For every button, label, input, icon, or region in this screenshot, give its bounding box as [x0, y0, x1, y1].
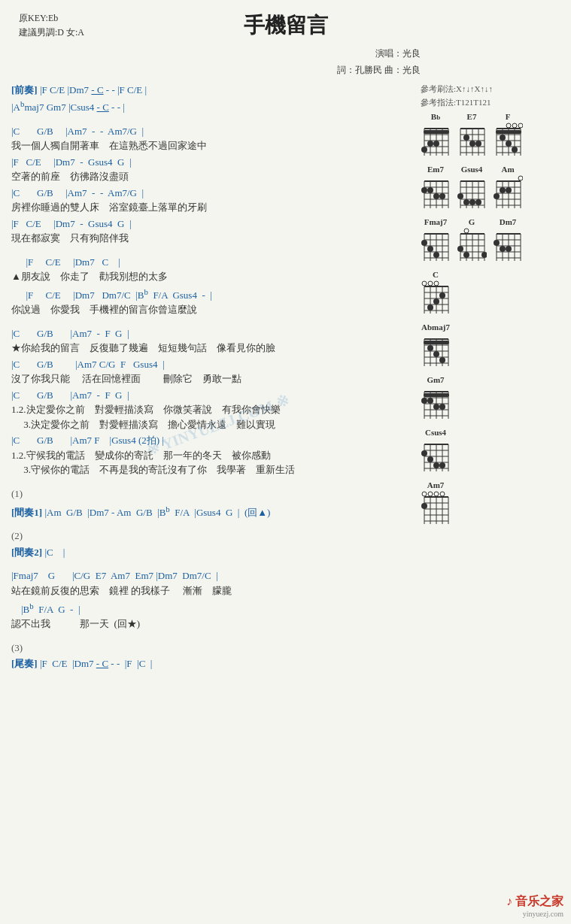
chord-am7-grid — [421, 491, 451, 527]
score-area: [前奏] |F C/E |Dm7 - C - - |F C/E | |Abmaj… — [11, 83, 417, 672]
svg-point-54 — [421, 187, 427, 193]
svg-point-109 — [464, 229, 469, 233]
svg-point-69 — [463, 199, 469, 205]
chord-g: G — [457, 217, 487, 264]
svg-point-141 — [427, 304, 433, 311]
interlude2-block: [間奏2] |C | — [11, 545, 417, 560]
verse1-block4: |F C/E |Dm7 - Gsus4 G | 現在都寂寞 只有狗陪伴我 — [11, 217, 417, 246]
bridge-block1: |Fmaj7 G |C/G E7 Am7 Em7 |Dm7 Dm7/C | 站在… — [11, 568, 417, 598]
svg-point-123 — [494, 240, 500, 246]
br-lyrics1: 站在鏡前反復的思索 鏡裡 的我樣子 漸漸 朦朧 — [11, 583, 417, 598]
v1-chords3: |C G/B |Am7 - - Am7/G | — [11, 186, 417, 201]
interlude1-block: [間奏1] |Am G/B |Dm7 - Am G/B |Bb F/A |Gsu… — [11, 502, 417, 520]
pc-chords2: |F C/E |Dm7 Dm7/C |Bb F/A Gsus4 - | — [11, 286, 417, 303]
ch-lyrics4: 1.2.守候我的電話 變成你的寄託 那一年的冬天 被你感動 — [11, 448, 417, 463]
chord-row-5: Abmaj7 — [421, 323, 451, 369]
svg-point-57 — [439, 193, 445, 199]
main-content: [前奏] |F C/E |Dm7 - C - - |F C/E | |Abmaj… — [11, 83, 560, 672]
chord-csus4: Csus4 — [421, 428, 451, 474]
svg-point-71 — [475, 199, 481, 205]
intro-chords2: |Abmaj7 Gm7 |Csus4 - C - - | — [11, 101, 125, 113]
key-line2: 建議男調:D 女:A — [19, 26, 84, 40]
chord-row-4: C — [421, 270, 451, 317]
logo-site-label: 音乐之家 — [515, 895, 563, 907]
chord-row-8: Am7 — [421, 480, 451, 527]
section2-label: (2) — [11, 529, 417, 544]
chorus-block1: |C G/B |Am7 - F G | ★你給我的留言 反復聽了幾遍 短短幾句話… — [11, 326, 417, 356]
strum-line1: 參考刷法:X↑↓↑X↑↓↑ — [421, 83, 493, 96]
intro-chords1: |F C/E |Dm7 - C - - |F C/E | — [40, 84, 147, 95]
svg-rect-166 — [424, 393, 449, 397]
svg-point-197 — [434, 492, 439, 496]
logo-music-text: ♪ 音乐之家 — [506, 894, 563, 910]
v1-chords1: |C G/B |Am7 - - Am7/G | — [11, 124, 417, 139]
svg-point-24 — [463, 135, 469, 141]
v1-lyrics2: 空著的前座 彷彿路沒盡頭 — [11, 169, 417, 184]
svg-point-112 — [481, 252, 487, 258]
v1-chords2: |F C/E |Dm7 - Gsus4 G | — [11, 155, 417, 170]
chord-gsus4-grid — [457, 175, 487, 211]
v1-lyrics1: 我一個人獨自開著車 在這熟悉不過回家途中 — [11, 138, 417, 153]
svg-point-184 — [439, 462, 445, 468]
svg-point-41 — [500, 135, 506, 141]
svg-point-139 — [439, 292, 445, 298]
svg-point-199 — [421, 503, 427, 509]
lyric-label: 詞：孔勝民 曲：光良 — [337, 62, 421, 79]
svg-point-170 — [439, 404, 445, 410]
svg-point-43 — [512, 147, 518, 153]
chord-f: F — [493, 112, 523, 159]
ch-chords1: |C G/B |Am7 - F G | — [11, 326, 417, 341]
svg-rect-10 — [424, 130, 449, 134]
svg-point-111 — [463, 252, 469, 258]
chord-row-2: Em7 — [421, 165, 523, 211]
key-info: 原KEY:Eb 建議男調:D 女:A — [19, 11, 84, 40]
br-lyrics2: 認不出我 那一天 (回★) — [11, 617, 417, 632]
ch-lyrics4b: 3.守候你的電話 不再是我的寄託沒有了你 我學著 重新生活 — [11, 462, 417, 477]
intro-line2: |Abmaj7 Gm7 |Csus4 - C - - | — [11, 98, 417, 115]
verse1-block2: |F C/E |Dm7 - Gsus4 G | 空著的前座 彷彿路沒盡頭 — [11, 155, 417, 184]
svg-point-82 — [518, 176, 523, 180]
svg-point-167 — [421, 398, 427, 404]
svg-point-83 — [500, 187, 506, 193]
intro-block: [前奏] |F C/E |Dm7 - C - - |F C/E | |Abmaj… — [11, 83, 417, 114]
svg-point-84 — [506, 187, 512, 193]
svg-point-182 — [427, 456, 433, 462]
chord-e7: E7 — [457, 112, 487, 159]
ch-chords4: |C G/B |Am7 F |Gsus4 (2拍) | — [11, 433, 417, 448]
chord-row-3: Fmaj7 — [421, 217, 523, 264]
song-title: 手機留言 — [244, 11, 328, 40]
svg-point-96 — [421, 240, 427, 246]
ch-lyrics3b: 3.決定愛你之前 對愛輕描淡寫 擔心愛情永遠 難以實現 — [11, 417, 417, 432]
svg-point-183 — [433, 462, 439, 468]
svg-point-37 — [506, 123, 511, 128]
chord-am7: Am7 — [421, 480, 451, 527]
svg-point-98 — [433, 252, 439, 258]
pc-chords1: |F C/E |Dm7 C | — [11, 255, 417, 270]
logo-url: yinyuezj.com — [523, 910, 563, 918]
il1-chords: [間奏1] |Am G/B |Dm7 - Am G/B |Bb F/A |Gsu… — [11, 502, 417, 520]
svg-point-13 — [421, 147, 427, 153]
svg-point-198 — [440, 492, 445, 496]
chord-bb: Bb — [421, 112, 451, 159]
bridge-block2: |Bb F/A G - | 認不出我 那一天 (回★) — [11, 599, 417, 631]
svg-point-110 — [457, 246, 463, 252]
chord-row-7: Csus4 — [421, 428, 451, 474]
svg-point-153 — [427, 345, 433, 351]
svg-point-154 — [433, 351, 439, 357]
chord-am-grid — [493, 175, 523, 211]
chord-gm7-grid — [421, 386, 451, 422]
ch-lyrics1: ★你給我的留言 反復聽了幾遍 短短幾句話 像看見你的臉 — [11, 341, 417, 356]
page: 原KEY:Eb 建議男調:D 女:A 手機留言 演唱：光良 詞：孔勝民 曲：光良… — [0, 0, 571, 924]
svg-point-11 — [427, 141, 433, 147]
chord-diagrams-area: 參考刷法:X↑↓↑X↑↓↑ 參考指法:T121T121 Bb — [421, 83, 560, 672]
svg-point-124 — [500, 246, 506, 252]
il2-chords: [間奏2] |C | — [11, 545, 417, 560]
svg-point-168 — [427, 398, 433, 404]
svg-point-195 — [422, 492, 427, 496]
intro-line1: [前奏] |F C/E |Dm7 - C - - |F C/E | — [11, 83, 417, 98]
svg-point-85 — [494, 193, 500, 199]
svg-point-39 — [518, 123, 523, 128]
svg-point-125 — [506, 246, 512, 252]
chord-row-6: Gm7 — [421, 375, 451, 422]
section1-label: (1) — [11, 486, 417, 501]
